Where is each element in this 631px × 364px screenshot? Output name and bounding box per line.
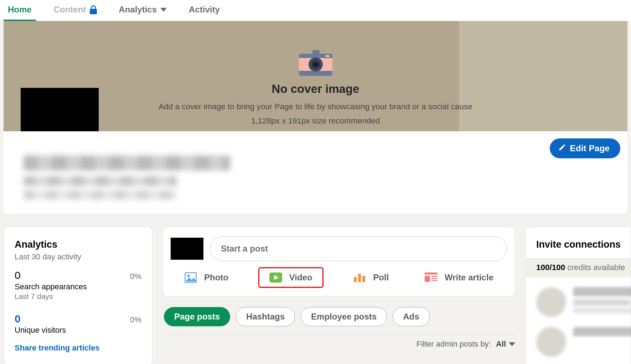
svg-point-5	[314, 62, 318, 67]
analytics-subtitle: Last 30 day activity	[15, 252, 141, 262]
connection-row[interactable]	[536, 287, 622, 317]
start-post-input[interactable]: Start a post	[210, 236, 507, 261]
pencil-icon	[558, 143, 566, 153]
page-header-card: Edit Page	[4, 131, 627, 214]
pill-employee-posts[interactable]: Employee posts	[301, 307, 387, 326]
compose-photo-button[interactable]: Photo	[179, 268, 233, 287]
pill-hashtags[interactable]: Hashtags	[236, 307, 295, 326]
metric-value: 0	[15, 269, 21, 281]
photo-icon	[184, 272, 197, 283]
tab-label: Home	[8, 5, 32, 15]
analytics-title: Analytics	[15, 239, 141, 250]
tab-label: Content	[54, 5, 86, 15]
svg-rect-10	[354, 277, 357, 282]
action-label: Video	[289, 273, 312, 283]
metric-label: Search appearances	[15, 282, 141, 291]
svg-rect-6	[325, 55, 330, 57]
svg-rect-16	[431, 278, 438, 279]
pill-page-posts[interactable]: Page posts	[164, 307, 230, 326]
article-icon	[425, 272, 438, 283]
edit-page-label: Edit Page	[570, 143, 610, 153]
analytics-card: Analytics Last 30 day activity 0 0% Sear…	[4, 227, 152, 364]
tab-analytics[interactable]: Analytics	[114, 1, 171, 21]
metric-pct: 0%	[130, 272, 141, 281]
tab-label: Analytics	[119, 5, 157, 15]
top-nav: Home Content Analytics Activity	[0, 0, 631, 21]
svg-rect-12	[362, 276, 365, 282]
tab-label: Activity	[189, 5, 220, 15]
poll-icon	[353, 272, 366, 283]
invite-title: Invite connections	[536, 239, 622, 250]
svg-rect-11	[358, 274, 361, 282]
action-label: Photo	[204, 273, 228, 283]
compose-article-button[interactable]: Write article	[420, 268, 498, 287]
pill-ads[interactable]: Ads	[393, 307, 429, 326]
metric-period: Last 7 days	[15, 292, 141, 301]
credits-text: credits available	[568, 263, 625, 272]
avatar	[536, 287, 566, 317]
svg-rect-17	[431, 280, 438, 281]
metric-pct: 0%	[130, 315, 141, 325]
invite-connections-card: Invite connections 100/100 credits avail…	[525, 227, 631, 364]
tab-content[interactable]: Content	[50, 1, 101, 21]
svg-rect-13	[425, 273, 438, 275]
metric-value-link[interactable]: 0	[15, 313, 21, 325]
compose-poll-button[interactable]: Poll	[348, 268, 394, 287]
page-name-blurred	[24, 155, 612, 200]
composer-card: Start a post Photo Video	[162, 227, 515, 296]
tab-home[interactable]: Home	[4, 1, 36, 21]
chevron-down-icon	[160, 8, 167, 12]
svg-rect-14	[425, 276, 430, 282]
page-logo[interactable]	[21, 88, 99, 131]
share-trending-link[interactable]: Share trending articles	[15, 343, 99, 353]
lock-icon	[89, 5, 97, 14]
action-label: Poll	[373, 273, 389, 283]
camera-icon	[299, 50, 332, 78]
chevron-down-icon	[509, 342, 515, 346]
avatar	[536, 327, 566, 357]
admin-filter-value: All	[496, 339, 506, 349]
credits-banner: 100/100 credits available	[526, 258, 631, 277]
svg-rect-15	[431, 276, 438, 277]
svg-rect-0	[312, 50, 320, 54]
admin-filter-label: Filter admin posts by:	[417, 339, 491, 349]
cover-banner[interactable]: No cover image Add a cover image to brin…	[4, 21, 627, 131]
credits-count: 100/100	[536, 263, 565, 272]
connection-row[interactable]	[536, 327, 622, 357]
tab-activity[interactable]: Activity	[185, 1, 224, 21]
start-post-placeholder: Start a post	[221, 244, 268, 254]
metric-label: Unique visitors	[15, 326, 141, 335]
video-icon	[269, 272, 282, 283]
composer-avatar	[171, 238, 203, 260]
svg-point-8	[187, 275, 190, 277]
post-feed-tabs: Page posts Hashtags Employee posts Ads	[162, 296, 515, 326]
admin-filter-dropdown[interactable]: All	[496, 339, 515, 349]
compose-video-button[interactable]: Video	[259, 268, 322, 287]
action-label: Write article	[445, 273, 493, 283]
